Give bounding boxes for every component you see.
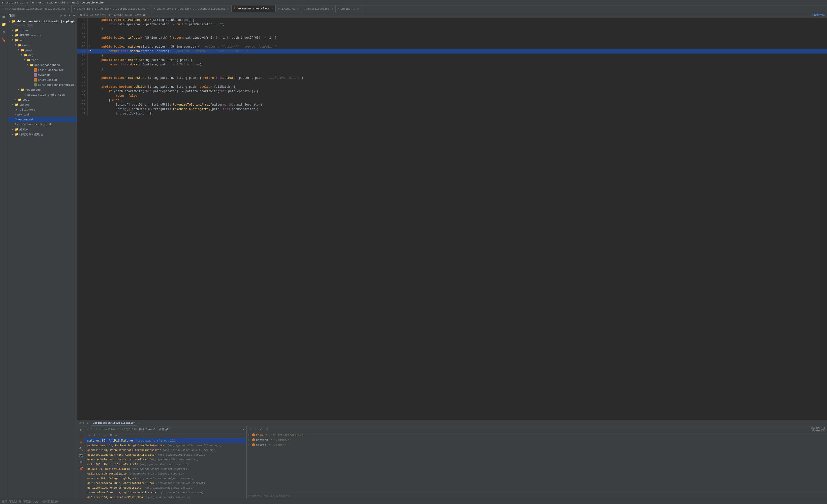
tab-close2[interactable]: ✕: [148, 7, 149, 10]
tree-item-java[interactable]: ▼ 📂 java: [8, 48, 77, 53]
tab-label7: Spring...: [341, 7, 355, 10]
structure-icon[interactable]: ⊞: [1, 29, 7, 35]
tab-close4[interactable]: ✕: [272, 7, 273, 10]
tab-close[interactable]: ✕: [67, 7, 69, 10]
tree-item-src[interactable]: ▼ 📂 src: [8, 38, 77, 43]
tree-item-iml[interactable]: ▶ I springboot-shiro.iml: [8, 122, 77, 127]
camera-btn[interactable]: 📷: [79, 453, 84, 458]
frame-item-5[interactable]: doCall:90, SubjectCallable (org.apache.s…: [85, 466, 246, 471]
tree-item-temp[interactable]: ▶ 📁 临时文件和控制台: [8, 132, 77, 137]
tree-item-myrealm[interactable]: ▶ R MyRealm: [8, 72, 77, 77]
tree-item-springbootshiro[interactable]: ▼ 📂 springbootshiro: [8, 62, 77, 67]
frame-item-1[interactable]: getChain:123, PathMatchingFilterChainRes…: [85, 448, 246, 452]
tree-item-resources[interactable]: ▼ 📂 resources: [8, 87, 77, 92]
frame-method-current: matches:86, AntPathMatcher: [87, 439, 134, 443]
tab-close6[interactable]: ✕: [331, 7, 333, 10]
tree-item-org[interactable]: ▼ 📂 org: [8, 53, 77, 57]
tab-close3[interactable]: ✕: [228, 7, 229, 10]
hamburger-icon[interactable]: ☰: [1, 13, 7, 19]
tab-class-icon2: C: [74, 7, 76, 10]
sidebar-collapse-btn[interactable]: ▼: [68, 13, 71, 17]
frame-item-9[interactable]: doFilter:125, OncePerRequestFilter (org.…: [85, 486, 246, 490]
tree-item-test-pkg[interactable]: ▼ 📂 test: [8, 57, 77, 62]
copy-vars-btn[interactable]: ⎘: [264, 427, 269, 432]
tab-webutils[interactable]: C WebUtils.class ✕: [301, 5, 335, 12]
sidebar-settings-btn[interactable]: ⚙: [59, 13, 62, 18]
step-out-btn[interactable]: ↑: [98, 433, 102, 438]
tree-item-gitignore[interactable]: ▶ ⚬ .gitignore: [8, 107, 77, 112]
tree-item-appprops[interactable]: ▶ ⚙ application.properties: [8, 92, 77, 97]
tree-root-path: ~/Desktop/篇测: [8, 24, 77, 28]
var-type-icon: [252, 443, 255, 446]
debug-tab-close[interactable]: ✕: [138, 422, 140, 425]
tab-pathmatching[interactable]: C PathMatchingFilterChainResolver.class …: [0, 5, 72, 12]
tab-antpathmatcher[interactable]: C AntPathMatcher.class ✕: [232, 5, 276, 12]
frame-item-11[interactable]: doFilter:166, ApplicationFilterChain (or…: [85, 495, 246, 499]
stop-btn[interactable]: ■: [79, 440, 84, 445]
frame-item-10[interactable]: internalDoFilter:193, ApplicationFilterC…: [85, 490, 246, 495]
download-source-link[interactable]: 下载源代码: [811, 13, 825, 17]
add-watch-btn[interactable]: +: [248, 427, 252, 432]
frame-item-0[interactable]: pathMatches:152, PathMatchingFilterChain…: [85, 443, 246, 448]
tree-item-idea[interactable]: ▶ 📁 .idea: [8, 28, 77, 33]
sort-btn[interactable]: ↕: [253, 427, 258, 432]
settings-btn[interactable]: ⚙: [79, 459, 84, 464]
tree-item-pomxml[interactable]: ▶ ✦ pom.xml: [8, 112, 77, 117]
frame-item-8[interactable]: doFilterInternal:362, AbstractShiroFilte…: [85, 481, 246, 486]
run-to-cursor-btn[interactable]: ⤾: [103, 433, 108, 438]
var-item-2[interactable]: ▶ source = "/admin/ ": [247, 442, 827, 447]
frame-item-7[interactable]: execute:387, DelegatingSubject (org.apac…: [85, 476, 246, 481]
tree-item-readme-assets[interactable]: ▶ 📁 README.assets: [8, 33, 77, 38]
frame-item-2[interactable]: getExecutionChain:416, AbstractShiroFilt…: [85, 452, 246, 457]
tab-readme[interactable]: M README.md ✕: [276, 5, 301, 12]
var-expand-arrow[interactable]: ▶: [249, 434, 251, 436]
debug-tab-session[interactable]: SpringbootShiroApplication: [91, 421, 137, 426]
project-icon[interactable]: 📁: [1, 21, 7, 27]
frame-item-current[interactable]: matches:86, AntPathMatcher (org.apache.s…: [85, 438, 246, 443]
tree-item-external-libs[interactable]: ▶ 📁 外部库: [8, 127, 77, 132]
var-item-0[interactable]: ▶ this = {AntPathMatcher@6124}: [247, 432, 827, 437]
tab-close5[interactable]: ✕: [297, 7, 299, 10]
eval-hint[interactable]: 评估表达式(=)或添加监视(ex=): [249, 494, 825, 498]
tree-item-main[interactable]: ▼ 📂 main: [8, 43, 77, 48]
bookmark-icon[interactable]: 🔖: [1, 37, 7, 43]
line-number-30: 30: [78, 71, 87, 76]
step-into-btn[interactable]: ↓: [92, 433, 97, 438]
more-btn[interactable]: ⋯: [114, 433, 118, 438]
frame-item-3[interactable]: executeChain:449, AbstractShiroFilter (o…: [85, 457, 246, 462]
sidebar-close-btn[interactable]: —: [72, 13, 76, 17]
sidebar-layout-btn[interactable]: ⊞: [63, 13, 67, 18]
build-btn[interactable]: 🔨: [79, 447, 84, 451]
tab-stringutils-core[interactable]: C shiro-core-1.7.0.jar/.../StringUtils.c…: [152, 5, 232, 12]
tab-spring[interactable]: C Spring... ✕: [336, 5, 361, 12]
tab-close7[interactable]: ✕: [357, 7, 359, 10]
pause-btn[interactable]: ⏸: [79, 434, 84, 439]
tab-stringutils-lang[interactable]: C shiro-lang-1.7.0.jar/.../StringUtils.c…: [72, 5, 152, 12]
var-item-1[interactable]: ▶ pattern = "/admin/*": [247, 437, 827, 442]
code-editor[interactable]: 15 public void setPathSeparator(String p…: [78, 18, 827, 420]
step-over-btn[interactable]: ⤵: [87, 433, 91, 438]
readme-assets-folder-icon: 📁: [15, 34, 18, 37]
settings-vars-btn[interactable]: ⚙: [259, 427, 263, 432]
tree-item-readme-md[interactable]: ▶ M README.md: [8, 117, 77, 122]
tree-item-shiroconfig[interactable]: ▶ C ShiroConfig: [8, 77, 77, 82]
var-expand-arrow[interactable]: ▶: [249, 439, 251, 441]
tree-item-target[interactable]: ▶ 📁 target: [8, 102, 77, 107]
evaluate-btn[interactable]: ≡: [109, 433, 113, 438]
idea-label: .idea: [19, 29, 28, 32]
tree-item-logincontroller[interactable]: ▶ C LoginController: [8, 67, 77, 72]
tab-class-icon5: C: [304, 7, 305, 10]
pin-btn[interactable]: 📌: [79, 466, 84, 471]
thread-filter-btn[interactable]: ▼: [243, 428, 244, 431]
frame-item-4[interactable]: call:365, AbstractShiroFilter$1 (org.apa…: [85, 462, 246, 466]
tree-project-root[interactable]: ▼ 📂 shiro-cve-2020-17523-main [srpingboo…: [8, 19, 77, 24]
code-line-22: 22: [78, 40, 827, 45]
frame-item-6[interactable]: call:83, SubjectCallable (org.apache.shi…: [85, 471, 246, 476]
tree-item-springbootshiroapp[interactable]: ▶ ▶ SpringbootShiroApplication: [8, 82, 77, 87]
resume-btn[interactable]: ▶: [79, 427, 84, 432]
line-code-18: [92, 31, 827, 36]
tree-item-test-dir[interactable]: ▶ 📁 test: [8, 97, 77, 102]
line-number-16: 16: [78, 22, 87, 27]
frame-pkg: (org.apache.shiro.web.filter.mgt): [161, 449, 216, 452]
var-expand-arrow[interactable]: ▶: [249, 444, 251, 446]
